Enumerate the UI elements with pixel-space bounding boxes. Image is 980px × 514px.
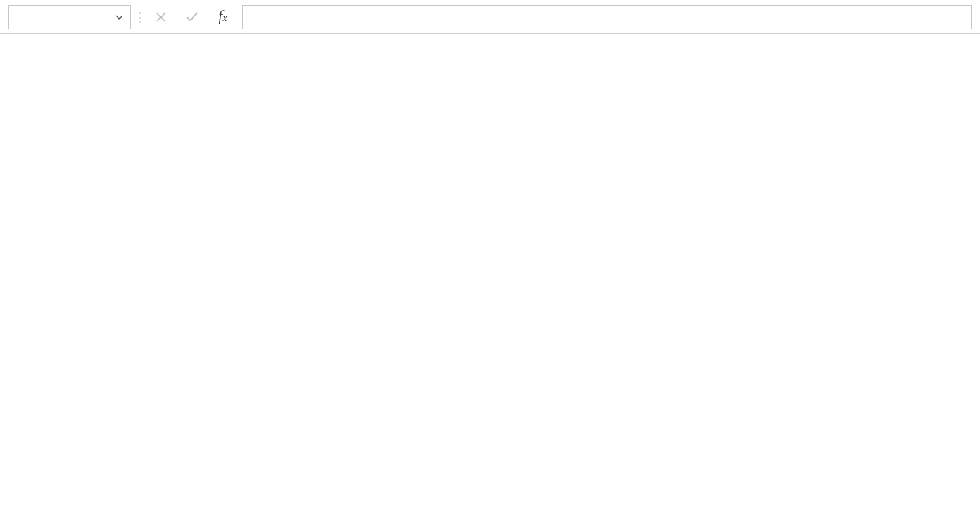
chevron-down-icon[interactable]	[115, 13, 123, 21]
fx-icon[interactable]: fx	[211, 5, 235, 29]
formula-input[interactable]	[242, 5, 972, 29]
separator: ⋮	[137, 5, 142, 29]
cancel-icon[interactable]	[149, 5, 173, 29]
confirm-icon[interactable]	[180, 5, 204, 29]
formula-bar: ⋮ fx	[0, 0, 980, 34]
name-box[interactable]	[8, 5, 131, 29]
